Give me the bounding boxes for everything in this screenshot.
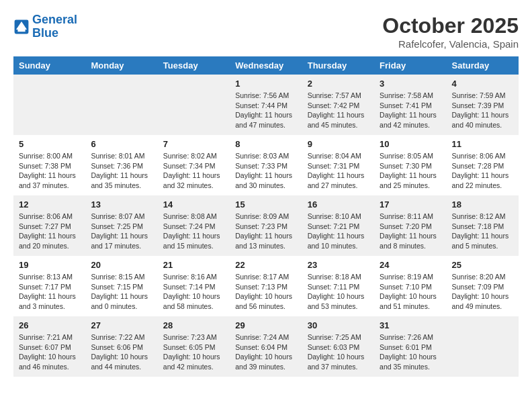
dow-sunday: Sunday [13,56,85,75]
calendar-cell: 29Sunrise: 7:24 AMSunset: 6:04 PMDayligh… [230,316,302,377]
calendar-cell: 21Sunrise: 8:16 AMSunset: 7:14 PMDayligh… [158,256,230,316]
day-detail: Sunrise: 8:05 AMSunset: 7:30 PMDaylight:… [380,151,441,191]
title-block: October 2025 Rafelcofer, Valencia, Spain [382,13,519,50]
calendar-cell: 17Sunrise: 8:11 AMSunset: 7:20 PMDayligh… [374,195,446,256]
day-detail: Sunrise: 8:03 AMSunset: 7:33 PMDaylight:… [235,151,296,191]
day-number: 12 [19,199,80,210]
day-detail: Sunrise: 7:58 AMSunset: 7:41 PMDaylight:… [380,91,441,130]
svg-rect-2 [17,30,25,32]
day-number: 3 [380,79,441,89]
day-number: 1 [235,79,296,89]
day-detail: Sunrise: 8:13 AMSunset: 7:17 PMDaylight:… [19,272,80,312]
day-detail: Sunrise: 8:09 AMSunset: 7:23 PMDaylight:… [235,212,296,251]
day-detail: Sunrise: 8:16 AMSunset: 7:14 PMDaylight:… [163,272,224,312]
week-row-5: 26Sunrise: 7:21 AMSunset: 6:07 PMDayligh… [13,316,519,377]
day-detail: Sunrise: 8:00 AMSunset: 7:38 PMDaylight:… [19,151,80,191]
calendar-cell: 28Sunrise: 7:23 AMSunset: 6:05 PMDayligh… [158,316,230,377]
day-number: 27 [91,320,152,330]
calendar-cell: 30Sunrise: 7:25 AMSunset: 6:03 PMDayligh… [302,316,374,377]
day-detail: Sunrise: 7:26 AMSunset: 6:01 PMDaylight:… [380,332,441,372]
dow-friday: Friday [374,56,446,75]
calendar-cell: 25Sunrise: 8:20 AMSunset: 7:09 PMDayligh… [447,256,519,316]
logo-icon [13,19,30,35]
day-number: 18 [452,199,513,210]
calendar-cell [13,75,85,135]
day-detail: Sunrise: 8:10 AMSunset: 7:21 PMDaylight:… [308,212,369,251]
day-number: 21 [163,260,224,270]
day-detail: Sunrise: 7:59 AMSunset: 7:39 PMDaylight:… [452,91,513,130]
calendar-cell [85,75,157,135]
day-number: 7 [163,139,224,149]
day-number: 29 [235,320,296,330]
dow-monday: Monday [85,56,157,75]
week-row-4: 19Sunrise: 8:13 AMSunset: 7:17 PMDayligh… [13,256,519,316]
day-detail: Sunrise: 8:19 AMSunset: 7:10 PMDaylight:… [380,272,441,312]
calendar-body: 1Sunrise: 7:56 AMSunset: 7:44 PMDaylight… [13,75,519,377]
day-detail: Sunrise: 7:56 AMSunset: 7:44 PMDaylight:… [235,91,296,130]
dow-thursday: Thursday [302,56,374,75]
calendar-cell: 16Sunrise: 8:10 AMSunset: 7:21 PMDayligh… [302,195,374,256]
day-number: 5 [19,139,80,149]
day-number: 20 [91,260,152,270]
calendar-cell [447,316,519,377]
day-number: 24 [380,260,441,270]
calendar-cell: 11Sunrise: 8:06 AMSunset: 7:28 PMDayligh… [447,135,519,195]
day-number: 8 [235,139,296,149]
calendar-cell: 10Sunrise: 8:05 AMSunset: 7:30 PMDayligh… [374,135,446,195]
calendar-cell: 4Sunrise: 7:59 AMSunset: 7:39 PMDaylight… [447,75,519,135]
day-detail: Sunrise: 8:04 AMSunset: 7:31 PMDaylight:… [308,151,369,191]
calendar-cell: 5Sunrise: 8:00 AMSunset: 7:38 PMDaylight… [13,135,85,195]
calendar-cell: 15Sunrise: 8:09 AMSunset: 7:23 PMDayligh… [230,195,302,256]
calendar-cell: 7Sunrise: 8:02 AMSunset: 7:34 PMDaylight… [158,135,230,195]
dow-saturday: Saturday [447,56,519,75]
week-row-3: 12Sunrise: 8:06 AMSunset: 7:27 PMDayligh… [13,195,519,256]
day-detail: Sunrise: 7:25 AMSunset: 6:03 PMDaylight:… [308,332,369,372]
day-detail: Sunrise: 7:21 AMSunset: 6:07 PMDaylight:… [19,332,80,372]
day-number: 13 [91,199,152,210]
day-number: 23 [308,260,369,270]
calendar-cell: 2Sunrise: 7:57 AMSunset: 7:42 PMDaylight… [302,75,374,135]
day-number: 14 [163,199,224,210]
day-detail: Sunrise: 7:22 AMSunset: 6:06 PMDaylight:… [91,332,152,372]
day-number: 26 [19,320,80,330]
day-number: 4 [452,79,513,89]
calendar-cell: 14Sunrise: 8:08 AMSunset: 7:24 PMDayligh… [158,195,230,256]
logo: General Blue [13,13,77,40]
day-detail: Sunrise: 8:06 AMSunset: 7:28 PMDaylight:… [452,151,513,191]
calendar-cell: 1Sunrise: 7:56 AMSunset: 7:44 PMDaylight… [230,75,302,135]
week-row-1: 1Sunrise: 7:56 AMSunset: 7:44 PMDaylight… [13,75,519,135]
day-number: 17 [380,199,441,210]
day-number: 25 [452,260,513,270]
day-detail: Sunrise: 8:17 AMSunset: 7:13 PMDaylight:… [235,272,296,312]
day-detail: Sunrise: 8:07 AMSunset: 7:25 PMDaylight:… [91,212,152,251]
day-number: 19 [19,260,80,270]
day-number: 11 [452,139,513,149]
week-row-2: 5Sunrise: 8:00 AMSunset: 7:38 PMDaylight… [13,135,519,195]
calendar-cell: 19Sunrise: 8:13 AMSunset: 7:17 PMDayligh… [13,256,85,316]
calendar-cell: 24Sunrise: 8:19 AMSunset: 7:10 PMDayligh… [374,256,446,316]
logo-text: General Blue [32,13,77,40]
calendar-cell: 6Sunrise: 8:01 AMSunset: 7:36 PMDaylight… [85,135,157,195]
day-number: 2 [308,79,369,89]
calendar-cell: 18Sunrise: 8:12 AMSunset: 7:18 PMDayligh… [447,195,519,256]
day-detail: Sunrise: 8:12 AMSunset: 7:18 PMDaylight:… [452,212,513,251]
calendar-table: SundayMondayTuesdayWednesdayThursdayFrid… [13,56,519,377]
day-number: 31 [380,320,441,330]
calendar-cell: 8Sunrise: 8:03 AMSunset: 7:33 PMDaylight… [230,135,302,195]
calendar-cell: 22Sunrise: 8:17 AMSunset: 7:13 PMDayligh… [230,256,302,316]
calendar-cell: 23Sunrise: 8:18 AMSunset: 7:11 PMDayligh… [302,256,374,316]
calendar-cell: 9Sunrise: 8:04 AMSunset: 7:31 PMDaylight… [302,135,374,195]
calendar-cell: 27Sunrise: 7:22 AMSunset: 6:06 PMDayligh… [85,316,157,377]
day-detail: Sunrise: 8:11 AMSunset: 7:20 PMDaylight:… [380,212,441,251]
day-detail: Sunrise: 8:08 AMSunset: 7:24 PMDaylight:… [163,212,224,251]
page-header: General Blue October 2025 Rafelcofer, Va… [13,13,519,50]
calendar-cell: 13Sunrise: 8:07 AMSunset: 7:25 PMDayligh… [85,195,157,256]
day-detail: Sunrise: 8:15 AMSunset: 7:15 PMDaylight:… [91,272,152,312]
day-detail: Sunrise: 8:01 AMSunset: 7:36 PMDaylight:… [91,151,152,191]
calendar-cell: 12Sunrise: 8:06 AMSunset: 7:27 PMDayligh… [13,195,85,256]
day-number: 10 [380,139,441,149]
day-number: 15 [235,199,296,210]
day-detail: Sunrise: 8:06 AMSunset: 7:27 PMDaylight:… [19,212,80,251]
day-detail: Sunrise: 7:57 AMSunset: 7:42 PMDaylight:… [308,91,369,130]
day-number: 22 [235,260,296,270]
